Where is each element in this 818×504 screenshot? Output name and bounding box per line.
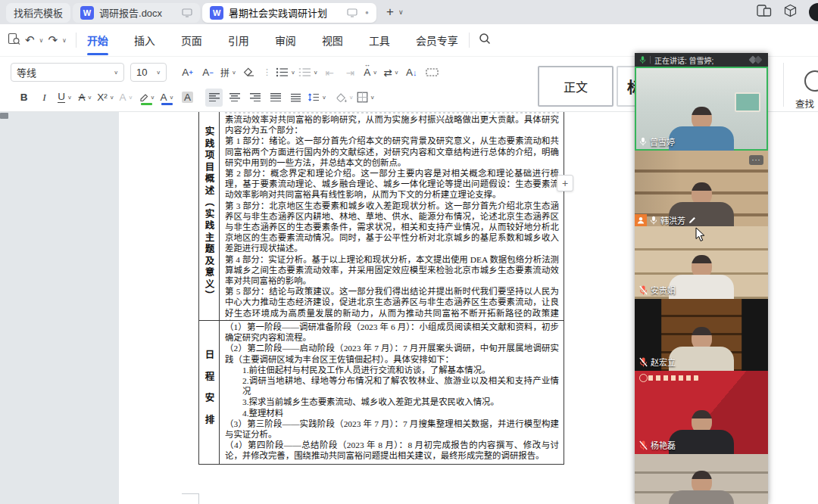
underline-button[interactable]: U∨ [56, 89, 73, 107]
video-tile[interactable]: 赵宏立 [635, 299, 768, 371]
borders-button[interactable]: ∨ [357, 89, 375, 107]
highlight-color-button[interactable]: ∨ [138, 89, 155, 107]
active-mic-icon [639, 55, 646, 64]
bold-button[interactable]: B [15, 89, 33, 107]
divider [650, 56, 651, 64]
participant-nameplate: 杨艳磊 [639, 439, 676, 451]
ribbon-tab-page[interactable]: 页面 [180, 30, 204, 51]
ribbon-tabs: 开始 插入 页面 引用 审阅 视图 工具 会员专享 [86, 30, 460, 51]
video-meeting-panel[interactable]: 正在讲话: 曾雪婷; 曾雪婷 ··· 韩洪芳 [635, 53, 768, 504]
devices-icon[interactable] [757, 4, 772, 20]
table-body-cell[interactable]: 素流动效率对共同富裕的影响研究，从而为实施乡村振兴战略做出更大贡献。具体研究内容… [220, 112, 564, 320]
ribbon-tab-member[interactable]: 会员专享 [414, 30, 460, 51]
meeting-status-bar: 正在讲话: 曾雪婷; [635, 53, 768, 67]
row-header-vertical-text: 日程安排 [202, 350, 217, 436]
align-right-button[interactable] [246, 89, 264, 107]
text-effects-button[interactable]: A∨ [117, 89, 135, 107]
align-left-button[interactable] [205, 89, 223, 107]
tab-label: 暑期社会实践调研计划 [229, 5, 327, 20]
ribbon-tab-review[interactable]: 审阅 [273, 30, 298, 51]
sort-button[interactable]: A↓ [403, 64, 420, 82]
strikethrough-button[interactable]: A∨ [76, 89, 94, 107]
find-label: 查找 [795, 96, 814, 110]
find-magnifier-icon [804, 70, 818, 92]
user-avatar[interactable] [809, 3, 818, 21]
style-gallery-body-text[interactable]: 正文 [538, 66, 614, 107]
integration-cube-icon[interactable] [783, 4, 798, 21]
tab-list-chevron-icon[interactable]: ∨ [398, 8, 404, 16]
ribbon-tab-insert[interactable]: 插入 [133, 30, 157, 51]
toolbar-splitter-dots: ⋮ [263, 67, 270, 77]
doc-paragraph: （2）第二阶段——启动阶段（2023 年 7 月）：7 月开展案头调研，中旬开展… [225, 343, 559, 364]
table-header-cell[interactable]: 实践项目概述（实践主题及意义） [199, 112, 220, 320]
ribbon-tab-home[interactable]: 开始 [86, 30, 110, 51]
bullet-list-button[interactable]: ∨ [276, 64, 295, 82]
font-size-select[interactable]: 10 ∨ [130, 63, 167, 82]
superscript-button[interactable]: X²∨ [97, 89, 114, 107]
doc-paragraph: 第 1 部分：绪论。这一部分首先介绍本文的研究背景及研究意义，从生态要素流动和共… [225, 135, 559, 168]
doc-paragraph: 第 4 部分：实证分析。基于以上理论和现状分析，本文提出使用 DEA 数据包络分… [225, 254, 559, 287]
more-options-button[interactable]: ··· [749, 155, 763, 165]
participant-nameplate: 安贵娟 [639, 284, 676, 296]
tab-document-1[interactable]: W 调研报告.docx [73, 3, 200, 23]
align-center-button[interactable] [226, 89, 243, 107]
video-tile-speaker[interactable]: 曾雪婷 [635, 67, 768, 151]
speaking-status-text: 正在讲话: 曾雪婷; [654, 54, 745, 66]
distribute-button[interactable] [287, 89, 304, 107]
mic-muted-icon [639, 285, 648, 295]
shading-bucket-button[interactable]: ∨ [336, 89, 354, 107]
table-row: 实践项目概述（实践主题及意义） 素流动效率对共同富裕的影响研究，从而为实施乡村振… [199, 112, 564, 321]
pinyin-guide-button[interactable]: 拼∨ [220, 64, 237, 82]
ribbon-tab-view[interactable]: 视图 [320, 30, 345, 51]
participant-name: 曾雪婷 [650, 135, 675, 148]
table-body-cell[interactable]: （1）第一阶段——调研准备阶段（2023 年 6 月）：小组成员阅读相关文献和资… [220, 321, 564, 464]
search-icon[interactable] [479, 33, 491, 48]
mic-muted-icon [639, 357, 648, 367]
table-insert-plus-button[interactable]: + [557, 175, 573, 191]
wps-writer-window: 找稻壳模板 W 调研报告.docx W 暑期社会实践调研计划 ● + ∨ [0, 0, 818, 504]
ribbon-tab-tools[interactable]: 工具 [367, 30, 392, 51]
decrease-font-button[interactable]: A− [199, 64, 217, 82]
ribbon-tab-reference[interactable]: 引用 [226, 30, 251, 51]
numbered-list-button[interactable]: ∨ [298, 64, 318, 82]
participant-name: 韩洪芳 [660, 214, 685, 226]
line-spacing-button[interactable]: ∨ [308, 89, 326, 107]
font-family-select[interactable]: 等线 ∨ [11, 63, 124, 82]
more-commands-chevron-icon[interactable]: ∨ [62, 37, 67, 44]
video-tile[interactable]: ··· 韩洪芳 [635, 151, 768, 226]
character-border-button[interactable] [423, 64, 441, 82]
edit-name-pencil-icon[interactable] [688, 216, 696, 224]
row-header-vertical-text: 实践项目概述（实践主题及意义） [202, 126, 217, 303]
undo-chevron-icon[interactable]: ∨ [39, 37, 44, 44]
ruler-toggle-icon[interactable] [0, 113, 8, 119]
doc-paragraph: 1.前往佃起村与村民及工作人员进行交流和访谈，了解基本情况。 [225, 365, 559, 375]
redo-button[interactable]: ↷ [48, 33, 58, 47]
increase-font-button[interactable]: A+ [179, 64, 196, 82]
character-scale-button[interactable]: ↔A ∨ [362, 64, 379, 82]
video-tile[interactable] [635, 454, 768, 504]
mic-muted-icon [639, 440, 648, 450]
text-direction-button[interactable]: ⇄∨ [382, 64, 400, 82]
table-row: 日程安排 （1）第一阶段——调研准备阶段（2023 年 6 月）：小组成员阅读相… [199, 321, 564, 464]
writer-file-icon: W [80, 6, 94, 20]
participant-video [669, 327, 734, 371]
table-header-cell[interactable]: 日程安排 [199, 321, 220, 464]
participant-video [669, 107, 734, 151]
increase-indent-button[interactable]: ⇥ [342, 64, 359, 82]
document-table[interactable]: 实践项目概述（实践主题及意义） 素流动效率对共同富裕的影响研究，从而为实施乡村振… [198, 112, 564, 465]
tab-document-2-active[interactable]: W 暑期社会实践调研计划 ● [202, 3, 376, 23]
undo-button[interactable]: ↶ [25, 33, 35, 47]
character-shading-button[interactable]: A [179, 89, 196, 107]
video-tile[interactable]: 杨艳磊 [635, 371, 768, 454]
doc-paragraph: （3）第三阶段——实践阶段（2023 年 7 月）：7 月搜集整理相关数据，并进… [225, 418, 559, 440]
new-tab-button[interactable]: + [386, 5, 394, 20]
tab-template-store[interactable]: 找稻壳模板 [6, 3, 70, 23]
font-color-button[interactable]: A∨ [158, 89, 176, 107]
justify-button[interactable] [267, 89, 284, 107]
unsaved-dot-icon: ● [365, 9, 369, 16]
print-preview-icon[interactable] [8, 33, 20, 48]
italic-button[interactable]: I [36, 89, 53, 107]
clipped-text-line [225, 112, 559, 114]
decrease-indent-button[interactable]: ⇤ [321, 64, 339, 82]
clear-format-eraser-icon[interactable] [240, 64, 258, 82]
